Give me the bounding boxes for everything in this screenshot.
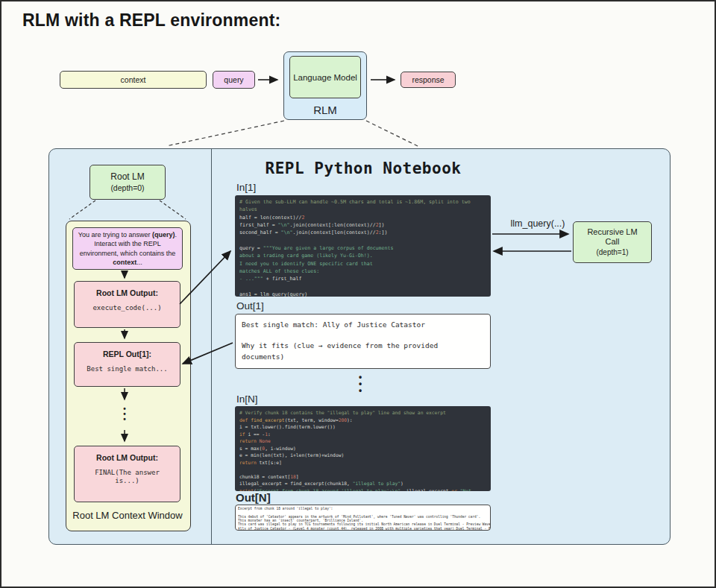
inN-label: In[N] (236, 393, 258, 405)
root-lm-output-box: Root LM Output: execute_code(...) (74, 281, 180, 328)
final-output-title: Root LM Output: (96, 453, 158, 462)
response-box: response (401, 72, 456, 88)
root-lm-title: Root LM (110, 171, 144, 183)
root-lm-output-code: execute_code(...) (92, 304, 161, 312)
left-ellipsis: ••• (119, 406, 130, 422)
dashed-rlm-right (366, 121, 419, 147)
outN-label: Out[N] (236, 491, 271, 504)
notebook-ellipsis: ••• (355, 374, 365, 394)
notebook-title: REPL Python Notebook (224, 159, 503, 177)
context-box: context (60, 71, 207, 89)
recursive-lm-line2: Call (606, 237, 620, 247)
panel-divider (211, 148, 212, 545)
out1-output-block: Best single match: Ally of Justice Catas… (235, 314, 491, 369)
recursive-lm-call-box: Recursive LM Call (depth=1) (573, 221, 652, 263)
root-lm-depth: (depth=0) (110, 183, 144, 194)
recursive-lm-line1: Recursive LM (587, 227, 637, 238)
root-lm-box: Root LM (depth=0) (90, 165, 166, 200)
repl-out-code: Best single match... (87, 365, 167, 373)
recursive-lm-depth: (depth=1) (596, 247, 628, 258)
outN-output-block: Excerpt from chunk 18 around 'illegal to… (235, 505, 491, 531)
prompt-box: You are trying to answer (query). Intera… (72, 227, 183, 270)
llm-query-label: llm_query(...) (504, 218, 571, 229)
outN-text: Excerpt from chunk 18 around 'illegal to… (238, 507, 488, 531)
language-model-box: Language Model (289, 56, 361, 98)
repl-out-box: REPL Out[1]: Best single match... (74, 342, 180, 387)
language-model-label: Language Model (293, 72, 357, 83)
context-window-label: Root LM Context Window (66, 510, 189, 521)
inN-code-block: # Verify chunk 18 contains the "illegal … (235, 406, 491, 491)
prompt-text: You are trying to answer (query). Intera… (75, 230, 180, 268)
query-label: query (224, 75, 243, 84)
in1-label: In[1] (236, 182, 256, 193)
rlm-label: RLM (283, 104, 367, 116)
in1-code-block: # Given the sub-LLM can handle ~0.5M cha… (235, 195, 491, 297)
page-title: RLM with a REPL environment: (22, 10, 280, 31)
out1-label: Out[1] (236, 300, 264, 312)
repl-out-title: REPL Out[1]: (103, 350, 151, 358)
context-label: context (121, 75, 146, 84)
final-output-box: Root LM Output: FINAL(The answeris...) (74, 446, 180, 502)
final-output-code: FINAL(The answeris...) (95, 469, 160, 485)
response-label: response (412, 75, 444, 84)
query-box: query (213, 71, 255, 89)
dashed-rlm-left (166, 121, 284, 146)
root-lm-output-title: Root LM Output: (96, 288, 158, 297)
